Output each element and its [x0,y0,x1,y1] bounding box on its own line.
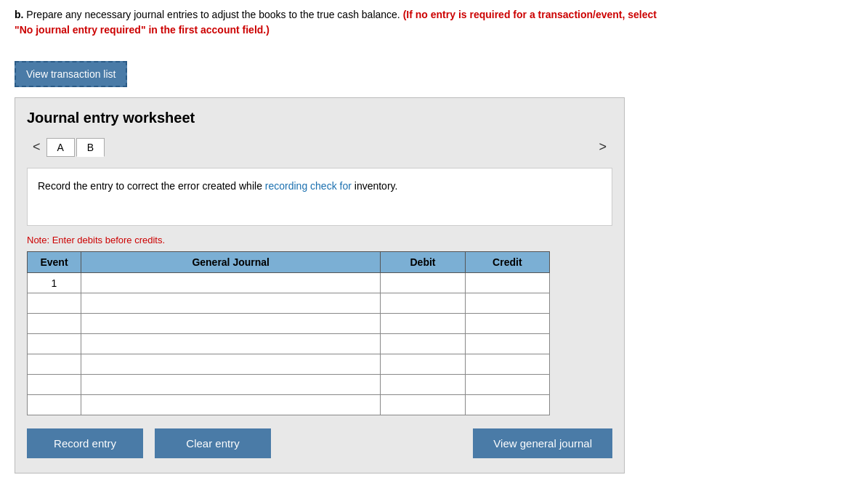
debit-input[interactable] [381,314,464,333]
general-journal-input[interactable] [81,293,380,313]
credit-cell[interactable] [465,334,549,354]
worksheet-title: Journal entry worksheet [27,110,612,126]
debit-cell[interactable] [381,273,465,293]
tab-a[interactable]: A [46,138,75,157]
table-row [28,293,550,314]
event-cell [28,293,81,314]
table-row: 1 [28,273,550,293]
table-row [28,354,550,375]
credit-input[interactable] [466,375,549,394]
event-cell [28,395,81,415]
instructions: b. Prepare any necessary journal entries… [15,7,668,38]
event-cell: 1 [28,273,81,293]
credit-cell[interactable] [465,273,549,293]
credit-cell[interactable] [465,314,549,334]
tabs-row: < A B > [27,137,612,158]
debit-input[interactable] [381,293,464,313]
col-header-general-journal: General Journal [81,252,381,273]
instructions-part: b. [15,9,23,20]
general-journal-input[interactable] [81,354,380,374]
tab-next-button[interactable]: > [593,137,612,158]
description-box: Record the entry to correct the error cr… [27,168,612,226]
general-journal-input[interactable] [81,395,380,415]
description-text-part1: Record the entry to correct the error cr… [38,180,265,192]
table-row [28,375,550,395]
description-text-part2: inventory. [352,180,398,192]
debit-input[interactable] [381,395,464,415]
table-row [28,334,550,354]
journal-table: Event General Journal Debit Credit 1 [27,251,550,415]
general-journal-cell[interactable] [81,354,381,375]
tab-prev-button[interactable]: < [27,137,46,158]
debit-input[interactable] [381,375,464,394]
record-entry-button[interactable]: Record entry [27,428,143,458]
event-cell [28,314,81,334]
col-header-debit: Debit [381,252,465,273]
credit-cell[interactable] [465,395,549,415]
general-journal-input[interactable] [81,273,380,293]
general-journal-cell[interactable] [81,375,381,395]
debit-cell[interactable] [381,395,465,415]
debit-cell[interactable] [381,354,465,375]
debit-cell[interactable] [381,334,465,354]
view-general-journal-button[interactable]: View general journal [473,428,612,458]
debit-cell[interactable] [381,314,465,334]
instructions-normal-text: Prepare any necessary journal entries to… [26,9,400,20]
debit-cell[interactable] [381,375,465,395]
credit-input[interactable] [466,314,549,333]
general-journal-input[interactable] [81,334,380,354]
general-journal-cell[interactable] [81,293,381,314]
event-cell [28,354,81,375]
credit-cell[interactable] [465,293,549,314]
credit-input[interactable] [466,293,549,313]
general-journal-input[interactable] [81,314,380,333]
debit-cell[interactable] [381,293,465,314]
debit-input[interactable] [381,334,464,354]
journal-entry-worksheet: Journal entry worksheet < A B > Record t… [15,97,625,473]
event-cell [28,375,81,395]
general-journal-cell[interactable] [81,273,381,293]
general-journal-cell[interactable] [81,395,381,415]
tab-b[interactable]: B [76,138,105,157]
credit-input[interactable] [466,354,549,374]
table-row [28,314,550,334]
general-journal-input[interactable] [81,375,380,394]
credit-cell[interactable] [465,354,549,375]
note-text: Note: Enter debits before credits. [27,235,612,245]
debit-input[interactable] [381,354,464,374]
col-header-event: Event [28,252,81,273]
general-journal-cell[interactable] [81,314,381,334]
credit-input[interactable] [466,395,549,415]
view-transaction-list-button[interactable]: View transaction list [15,61,127,87]
table-row [28,395,550,415]
credit-cell[interactable] [465,375,549,395]
col-header-credit: Credit [465,252,549,273]
description-text-blue: recording check for [265,180,352,192]
credit-input[interactable] [466,334,549,354]
event-cell [28,334,81,354]
clear-entry-button[interactable]: Clear entry [155,428,271,458]
action-buttons-row: Record entry Clear entry View general jo… [27,428,612,458]
credit-input[interactable] [466,273,549,293]
general-journal-cell[interactable] [81,334,381,354]
debit-input[interactable] [381,273,464,293]
